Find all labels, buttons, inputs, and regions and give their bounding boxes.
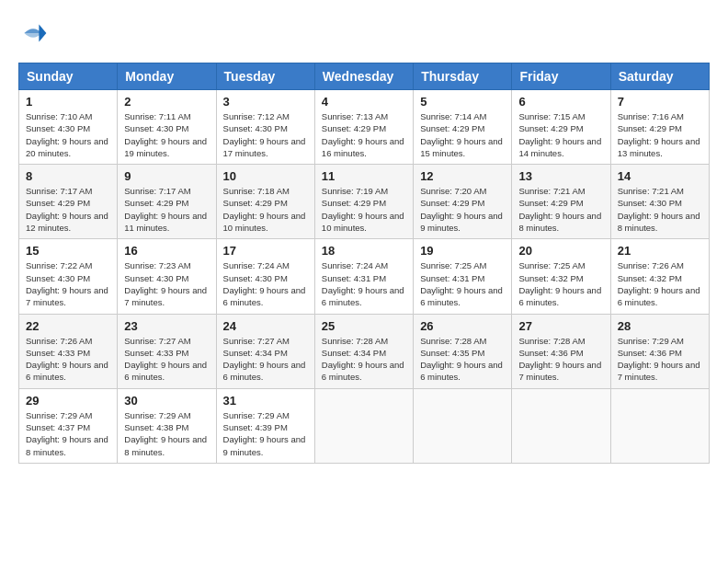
day-info: Sunrise: 7:28 AM Sunset: 4:36 PM Dayligh… — [518, 335, 603, 384]
day-number: 25 — [322, 319, 406, 333]
day-number: 26 — [420, 319, 505, 333]
calendar-cell: 12 Sunrise: 7:20 AM Sunset: 4:29 PM Dayl… — [414, 165, 512, 239]
calendar-cell — [610, 388, 709, 463]
day-number: 28 — [618, 319, 702, 333]
day-info: Sunrise: 7:23 AM Sunset: 4:30 PM Dayligh… — [124, 259, 209, 308]
calendar-cell: 23 Sunrise: 7:27 AM Sunset: 4:33 PM Dayl… — [118, 314, 216, 388]
calendar-week-4: 22 Sunrise: 7:26 AM Sunset: 4:33 PM Dayl… — [19, 314, 710, 388]
day-info: Sunrise: 7:18 AM Sunset: 4:29 PM Dayligh… — [223, 185, 308, 234]
calendar-cell: 4 Sunrise: 7:13 AM Sunset: 4:29 PM Dayli… — [314, 90, 413, 165]
day-number: 9 — [124, 169, 209, 183]
day-info: Sunrise: 7:17 AM Sunset: 4:29 PM Dayligh… — [26, 185, 110, 234]
day-info: Sunrise: 7:19 AM Sunset: 4:29 PM Dayligh… — [322, 185, 406, 234]
calendar-week-3: 15 Sunrise: 7:22 AM Sunset: 4:30 PM Dayl… — [19, 239, 710, 314]
col-header-thursday: Thursday — [414, 63, 512, 90]
calendar-cell: 25 Sunrise: 7:28 AM Sunset: 4:34 PM Dayl… — [314, 314, 413, 388]
day-info: Sunrise: 7:29 AM Sunset: 4:39 PM Dayligh… — [223, 409, 308, 458]
calendar-cell: 29 Sunrise: 7:29 AM Sunset: 4:37 PM Dayl… — [19, 388, 118, 463]
calendar-table: SundayMondayTuesdayWednesdayThursdayFrid… — [18, 63, 710, 464]
day-number: 2 — [124, 95, 209, 109]
day-number: 12 — [420, 169, 505, 183]
day-info: Sunrise: 7:27 AM Sunset: 4:34 PM Dayligh… — [223, 335, 308, 384]
calendar-cell: 3 Sunrise: 7:12 AM Sunset: 4:30 PM Dayli… — [216, 90, 314, 165]
calendar-cell: 15 Sunrise: 7:22 AM Sunset: 4:30 PM Dayl… — [19, 239, 118, 314]
day-number: 16 — [124, 244, 209, 258]
day-number: 13 — [518, 169, 603, 183]
col-header-sunday: Sunday — [19, 63, 118, 90]
calendar-cell: 1 Sunrise: 7:10 AM Sunset: 4:30 PM Dayli… — [19, 90, 118, 165]
day-number: 18 — [322, 244, 406, 258]
calendar-cell: 5 Sunrise: 7:14 AM Sunset: 4:29 PM Dayli… — [414, 90, 512, 165]
calendar-cell: 27 Sunrise: 7:28 AM Sunset: 4:36 PM Dayl… — [512, 314, 610, 388]
day-info: Sunrise: 7:28 AM Sunset: 4:35 PM Dayligh… — [420, 335, 505, 384]
col-header-friday: Friday — [512, 63, 610, 90]
day-number: 27 — [518, 319, 603, 333]
calendar-cell: 30 Sunrise: 7:29 AM Sunset: 4:38 PM Dayl… — [118, 388, 216, 463]
day-number: 31 — [223, 394, 308, 408]
calendar-cell — [414, 388, 512, 463]
day-info: Sunrise: 7:11 AM Sunset: 4:30 PM Dayligh… — [124, 110, 209, 159]
col-header-tuesday: Tuesday — [216, 63, 314, 90]
day-number: 15 — [26, 244, 110, 258]
day-number: 11 — [322, 169, 406, 183]
day-info: Sunrise: 7:29 AM Sunset: 4:36 PM Dayligh… — [618, 335, 702, 384]
day-number: 1 — [26, 95, 110, 109]
day-number: 20 — [518, 244, 603, 258]
calendar-cell: 24 Sunrise: 7:27 AM Sunset: 4:34 PM Dayl… — [216, 314, 314, 388]
day-info: Sunrise: 7:28 AM Sunset: 4:34 PM Dayligh… — [322, 335, 406, 384]
day-info: Sunrise: 7:13 AM Sunset: 4:29 PM Dayligh… — [322, 110, 406, 159]
calendar-cell: 18 Sunrise: 7:24 AM Sunset: 4:31 PM Dayl… — [314, 239, 413, 314]
day-info: Sunrise: 7:29 AM Sunset: 4:38 PM Dayligh… — [124, 409, 209, 458]
day-info: Sunrise: 7:14 AM Sunset: 4:29 PM Dayligh… — [420, 110, 505, 159]
col-header-saturday: Saturday — [610, 63, 709, 90]
calendar-cell: 2 Sunrise: 7:11 AM Sunset: 4:30 PM Dayli… — [118, 90, 216, 165]
day-info: Sunrise: 7:24 AM Sunset: 4:31 PM Dayligh… — [322, 259, 406, 308]
day-number: 4 — [322, 95, 406, 109]
calendar-cell: 7 Sunrise: 7:16 AM Sunset: 4:29 PM Dayli… — [610, 90, 709, 165]
day-info: Sunrise: 7:25 AM Sunset: 4:31 PM Dayligh… — [420, 259, 505, 308]
day-info: Sunrise: 7:26 AM Sunset: 4:32 PM Dayligh… — [618, 259, 702, 308]
day-info: Sunrise: 7:20 AM Sunset: 4:29 PM Dayligh… — [420, 185, 505, 234]
calendar-cell: 22 Sunrise: 7:26 AM Sunset: 4:33 PM Dayl… — [19, 314, 118, 388]
day-info: Sunrise: 7:22 AM Sunset: 4:30 PM Dayligh… — [26, 259, 110, 308]
day-number: 21 — [618, 244, 702, 258]
calendar-week-2: 8 Sunrise: 7:17 AM Sunset: 4:29 PM Dayli… — [19, 165, 710, 239]
calendar-cell: 10 Sunrise: 7:18 AM Sunset: 4:29 PM Dayl… — [216, 165, 314, 239]
calendar-cell: 20 Sunrise: 7:25 AM Sunset: 4:32 PM Dayl… — [512, 239, 610, 314]
day-info: Sunrise: 7:15 AM Sunset: 4:29 PM Dayligh… — [518, 110, 603, 159]
day-info: Sunrise: 7:17 AM Sunset: 4:29 PM Dayligh… — [124, 185, 209, 234]
day-number: 14 — [618, 169, 702, 183]
calendar-cell: 26 Sunrise: 7:28 AM Sunset: 4:35 PM Dayl… — [414, 314, 512, 388]
logo — [18, 18, 51, 48]
day-number: 8 — [26, 169, 110, 183]
day-info: Sunrise: 7:10 AM Sunset: 4:30 PM Dayligh… — [26, 110, 110, 159]
calendar-cell — [512, 388, 610, 463]
day-info: Sunrise: 7:21 AM Sunset: 4:30 PM Dayligh… — [618, 185, 702, 234]
day-info: Sunrise: 7:29 AM Sunset: 4:37 PM Dayligh… — [26, 409, 110, 458]
calendar-cell: 6 Sunrise: 7:15 AM Sunset: 4:29 PM Dayli… — [512, 90, 610, 165]
calendar-week-1: 1 Sunrise: 7:10 AM Sunset: 4:30 PM Dayli… — [19, 90, 710, 165]
day-number: 17 — [223, 244, 308, 258]
day-number: 6 — [518, 95, 603, 109]
calendar-week-5: 29 Sunrise: 7:29 AM Sunset: 4:37 PM Dayl… — [19, 388, 710, 463]
day-info: Sunrise: 7:21 AM Sunset: 4:29 PM Dayligh… — [518, 185, 603, 234]
logo-icon — [18, 18, 48, 48]
day-number: 29 — [26, 394, 110, 408]
col-header-wednesday: Wednesday — [314, 63, 413, 90]
day-number: 22 — [26, 319, 110, 333]
calendar-cell: 9 Sunrise: 7:17 AM Sunset: 4:29 PM Dayli… — [118, 165, 216, 239]
col-header-monday: Monday — [118, 63, 216, 90]
day-info: Sunrise: 7:26 AM Sunset: 4:33 PM Dayligh… — [26, 335, 110, 384]
day-number: 24 — [223, 319, 308, 333]
day-info: Sunrise: 7:16 AM Sunset: 4:29 PM Dayligh… — [618, 110, 702, 159]
day-number: 3 — [223, 95, 308, 109]
calendar-cell: 21 Sunrise: 7:26 AM Sunset: 4:32 PM Dayl… — [610, 239, 709, 314]
calendar-cell: 13 Sunrise: 7:21 AM Sunset: 4:29 PM Dayl… — [512, 165, 610, 239]
day-number: 30 — [124, 394, 209, 408]
calendar-header-row: SundayMondayTuesdayWednesdayThursdayFrid… — [19, 63, 710, 90]
day-number: 7 — [618, 95, 702, 109]
day-number: 19 — [420, 244, 505, 258]
calendar-cell: 17 Sunrise: 7:24 AM Sunset: 4:30 PM Dayl… — [216, 239, 314, 314]
day-number: 5 — [420, 95, 505, 109]
calendar-cell: 16 Sunrise: 7:23 AM Sunset: 4:30 PM Dayl… — [118, 239, 216, 314]
